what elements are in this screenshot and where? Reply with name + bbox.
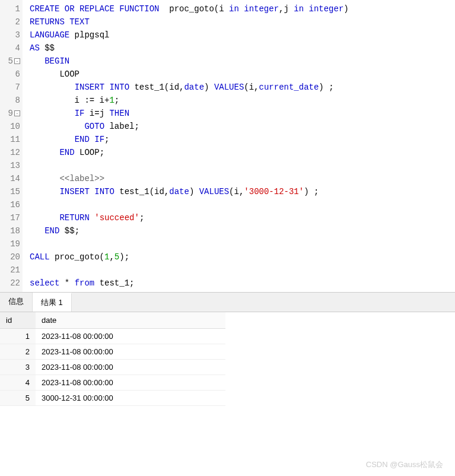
code-line[interactable]: BEGIN bbox=[30, 55, 448, 68]
code-line[interactable]: INSERT INTO test_1(id,date) VALUES(i,cur… bbox=[30, 81, 448, 94]
column-id[interactable]: id bbox=[0, 312, 36, 329]
table-cell[interactable]: 3 bbox=[0, 360, 36, 375]
tab-result-1[interactable]: 结果 1 bbox=[33, 293, 72, 312]
code-area[interactable]: CREATE OR REPLACE FUNCTION proc_goto(i i… bbox=[23, 0, 455, 292]
gutter-line: 7 bbox=[0, 81, 23, 94]
gutter-line: 10 bbox=[0, 120, 23, 133]
result-grid[interactable]: id date 12023-11-08 00:00:0022023-11-08 … bbox=[0, 312, 455, 406]
table-cell[interactable]: 2023-11-08 00:00:00 bbox=[36, 375, 225, 391]
code-line[interactable]: RETURN 'succeed'; bbox=[30, 211, 448, 224]
result-tabs: 信息 结果 1 bbox=[0, 293, 455, 312]
gutter-line: 9- bbox=[0, 107, 23, 120]
line-gutter: 12345-6789-10111213141516171819202122 bbox=[0, 0, 23, 292]
code-line[interactable]: <<label>> bbox=[30, 172, 448, 185]
gutter-line: 13 bbox=[0, 159, 23, 172]
table-cell[interactable]: 2023-11-08 00:00:00 bbox=[36, 360, 225, 375]
table-row[interactable]: 32023-11-08 00:00:00 bbox=[0, 360, 225, 375]
table-row[interactable]: 22023-11-08 00:00:00 bbox=[0, 344, 225, 360]
gutter-line: 11 bbox=[0, 133, 23, 146]
gutter-line: 5- bbox=[0, 55, 23, 68]
code-line[interactable]: IF i=j THEN bbox=[30, 107, 448, 120]
fold-icon[interactable]: - bbox=[14, 58, 20, 64]
gutter-line: 3 bbox=[0, 28, 23, 42]
table-cell[interactable]: 4 bbox=[0, 375, 36, 391]
gutter-line: 8 bbox=[0, 94, 23, 107]
table-row[interactable]: 12023-11-08 00:00:00 bbox=[0, 329, 225, 344]
code-line[interactable]: AS $$ bbox=[30, 42, 448, 55]
gutter-line: 15 bbox=[0, 185, 23, 198]
code-line[interactable]: INSERT INTO test_1(id,date) VALUES(i,'30… bbox=[30, 185, 448, 198]
gutter-line: 20 bbox=[0, 250, 23, 264]
gutter-line: 4 bbox=[0, 42, 23, 55]
code-line[interactable]: CREATE OR REPLACE FUNCTION proc_goto(i i… bbox=[30, 2, 448, 15]
code-line[interactable]: LANGUAGE plpgsql bbox=[30, 28, 448, 42]
gutter-line: 18 bbox=[0, 224, 23, 237]
code-line[interactable]: i := i+1; bbox=[30, 94, 448, 107]
table-row[interactable]: 42023-11-08 00:00:00 bbox=[0, 375, 225, 391]
table-cell[interactable]: 2023-11-08 00:00:00 bbox=[36, 329, 225, 344]
table-cell[interactable]: 3000-12-31 00:00:00 bbox=[36, 391, 225, 406]
code-line[interactable]: END $$; bbox=[30, 224, 448, 237]
code-line[interactable]: END LOOP; bbox=[30, 146, 448, 159]
table-cell[interactable]: 1 bbox=[0, 329, 36, 344]
column-date[interactable]: date bbox=[36, 312, 225, 329]
table-cell[interactable]: 2 bbox=[0, 344, 36, 360]
code-line[interactable] bbox=[30, 198, 448, 211]
code-editor[interactable]: 12345-6789-10111213141516171819202122 CR… bbox=[0, 0, 455, 293]
code-line[interactable]: RETURNS TEXT bbox=[30, 15, 448, 28]
result-header-row: id date bbox=[0, 312, 225, 329]
gutter-line: 19 bbox=[0, 237, 23, 250]
code-line[interactable] bbox=[30, 159, 448, 172]
code-line[interactable] bbox=[30, 264, 448, 277]
gutter-line: 6 bbox=[0, 68, 23, 81]
code-line[interactable]: END IF; bbox=[30, 133, 448, 146]
gutter-line: 12 bbox=[0, 146, 23, 159]
tab-info[interactable]: 信息 bbox=[0, 293, 33, 312]
gutter-line: 16 bbox=[0, 198, 23, 211]
code-line[interactable] bbox=[30, 237, 448, 250]
fold-icon[interactable]: - bbox=[14, 110, 20, 116]
code-line[interactable]: select * from test_1; bbox=[30, 277, 448, 290]
gutter-line: 1 bbox=[0, 2, 23, 15]
gutter-line: 22 bbox=[0, 277, 23, 290]
gutter-line: 2 bbox=[0, 15, 23, 28]
gutter-line: 17 bbox=[0, 211, 23, 224]
table-cell[interactable]: 5 bbox=[0, 391, 36, 406]
gutter-line: 21 bbox=[0, 264, 23, 277]
table-row[interactable]: 53000-12-31 00:00:00 bbox=[0, 391, 225, 406]
code-line[interactable]: LOOP bbox=[30, 68, 448, 81]
table-cell[interactable]: 2023-11-08 00:00:00 bbox=[36, 344, 225, 360]
code-line[interactable]: GOTO label; bbox=[30, 120, 448, 133]
gutter-line: 14 bbox=[0, 172, 23, 185]
code-line[interactable]: CALL proc_goto(1,5); bbox=[30, 250, 448, 264]
result-body: 12023-11-08 00:00:0022023-11-08 00:00:00… bbox=[0, 329, 225, 406]
